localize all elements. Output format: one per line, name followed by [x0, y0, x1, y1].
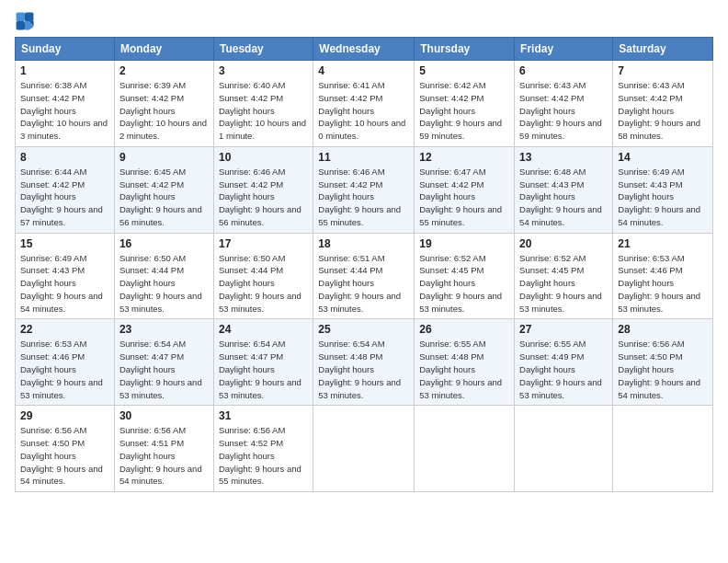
sunrise-text: Sunrise: 6:52 AM — [419, 253, 485, 263]
calendar-cell: 15 Sunrise: 6:49 AM Sunset: 4:43 PM Dayl… — [16, 233, 115, 319]
sunrise-text: Sunrise: 6:40 AM — [219, 80, 285, 90]
daylight-text: Daylight: 9 hours and 59 minutes. — [419, 118, 502, 141]
sunset-text: Sunset: 4:44 PM — [219, 265, 283, 275]
calendar-cell — [313, 406, 415, 492]
sunrise-text: Sunrise: 6:54 AM — [119, 339, 186, 349]
day-number: 28 — [618, 323, 708, 336]
daylight-text: Daylight: 9 hours and 54 minutes. — [119, 464, 202, 487]
day-number: 7 — [618, 64, 708, 77]
daylight-label: Daylight hours — [219, 191, 275, 201]
calendar-cell: 5 Sunrise: 6:42 AM Sunset: 4:42 PM Dayli… — [415, 61, 515, 147]
day-detail: Sunrise: 6:55 AM Sunset: 4:48 PM Dayligh… — [419, 338, 509, 401]
sunrise-text: Sunrise: 6:43 AM — [618, 80, 684, 90]
sunset-text: Sunset: 4:43 PM — [20, 265, 85, 275]
sunrise-text: Sunrise: 6:55 AM — [519, 339, 586, 349]
day-number: 2 — [119, 64, 209, 77]
day-detail: Sunrise: 6:43 AM Sunset: 4:42 PM Dayligh… — [618, 79, 708, 143]
sunset-text: Sunset: 4:42 PM — [119, 179, 184, 190]
day-detail: Sunrise: 6:56 AM Sunset: 4:50 PM Dayligh… — [618, 338, 708, 401]
day-detail: Sunrise: 6:46 AM Sunset: 4:42 PM Dayligh… — [219, 166, 308, 229]
daylight-text: Daylight: 9 hours and 54 minutes. — [618, 377, 700, 400]
day-detail: Sunrise: 6:38 AM Sunset: 4:42 PM Dayligh… — [20, 79, 109, 143]
day-detail: Sunrise: 6:53 AM Sunset: 4:46 PM Dayligh… — [618, 252, 708, 316]
calendar-cell: 21 Sunrise: 6:53 AM Sunset: 4:46 PM Dayl… — [613, 233, 713, 319]
day-detail: Sunrise: 6:49 AM Sunset: 4:43 PM Dayligh… — [618, 166, 708, 229]
daylight-label: Daylight hours — [318, 364, 374, 374]
day-detail: Sunrise: 6:50 AM Sunset: 4:44 PM Dayligh… — [119, 252, 209, 316]
weekday-header-thursday: Thursday — [415, 38, 515, 61]
calendar-cell: 9 Sunrise: 6:45 AM Sunset: 4:42 PM Dayli… — [114, 146, 213, 233]
sunrise-text: Sunrise: 6:54 AM — [219, 339, 285, 349]
calendar-cell: 4 Sunrise: 6:41 AM Sunset: 4:42 PM Dayli… — [313, 61, 415, 147]
sunset-text: Sunset: 4:42 PM — [20, 93, 85, 103]
calendar-cell: 11 Sunrise: 6:46 AM Sunset: 4:42 PM Dayl… — [313, 146, 415, 233]
day-detail: Sunrise: 6:48 AM Sunset: 4:43 PM Dayligh… — [519, 166, 608, 229]
daylight-text: Daylight: 9 hours and 53 minutes. — [318, 377, 401, 400]
daylight-label: Daylight hours — [519, 278, 575, 288]
daylight-text: Daylight: 9 hours and 53 minutes. — [119, 291, 202, 314]
day-number: 30 — [119, 409, 209, 422]
day-detail: Sunrise: 6:43 AM Sunset: 4:42 PM Dayligh… — [519, 79, 608, 143]
sunset-text: Sunset: 4:42 PM — [219, 179, 283, 190]
day-number: 31 — [219, 409, 308, 422]
daylight-label: Daylight hours — [618, 364, 674, 374]
calendar-cell: 17 Sunrise: 6:50 AM Sunset: 4:44 PM Dayl… — [213, 233, 313, 319]
daylight-text: Daylight: 10 hours and 0 minutes. — [318, 118, 405, 141]
day-number: 26 — [419, 323, 509, 336]
sunrise-text: Sunrise: 6:50 AM — [219, 253, 285, 263]
daylight-label: Daylight hours — [318, 278, 374, 288]
calendar-cell: 25 Sunrise: 6:54 AM Sunset: 4:48 PM Dayl… — [313, 319, 415, 406]
daylight-label: Daylight hours — [20, 106, 76, 116]
day-detail: Sunrise: 6:53 AM Sunset: 4:46 PM Dayligh… — [20, 338, 109, 401]
day-number: 17 — [219, 237, 308, 250]
daylight-label: Daylight hours — [419, 106, 475, 116]
daylight-label: Daylight hours — [119, 451, 176, 461]
sunset-text: Sunset: 4:42 PM — [419, 179, 483, 190]
calendar-cell — [415, 406, 515, 492]
calendar-cell: 31 Sunrise: 6:56 AM Sunset: 4:52 PM Dayl… — [213, 406, 313, 492]
sunset-text: Sunset: 4:43 PM — [618, 179, 682, 190]
calendar-cell: 2 Sunrise: 6:39 AM Sunset: 4:42 PM Dayli… — [114, 61, 213, 147]
daylight-label: Daylight hours — [219, 278, 275, 288]
calendar-cell: 27 Sunrise: 6:55 AM Sunset: 4:49 PM Dayl… — [515, 319, 613, 406]
day-number: 5 — [419, 64, 509, 77]
day-detail: Sunrise: 6:47 AM Sunset: 4:42 PM Dayligh… — [419, 166, 509, 229]
daylight-text: Daylight: 9 hours and 53 minutes. — [519, 291, 602, 314]
daylight-label: Daylight hours — [20, 191, 76, 201]
day-detail: Sunrise: 6:52 AM Sunset: 4:45 PM Dayligh… — [519, 252, 608, 316]
daylight-label: Daylight hours — [20, 364, 76, 374]
sunrise-text: Sunrise: 6:46 AM — [219, 167, 285, 177]
daylight-text: Daylight: 9 hours and 53 minutes. — [219, 291, 301, 314]
sunset-text: Sunset: 4:48 PM — [419, 351, 483, 362]
logo — [15, 11, 37, 31]
day-detail: Sunrise: 6:40 AM Sunset: 4:42 PM Dayligh… — [219, 79, 308, 143]
day-number: 24 — [219, 323, 308, 336]
sunset-text: Sunset: 4:50 PM — [618, 351, 682, 362]
day-number: 20 — [519, 237, 608, 250]
daylight-text: Daylight: 9 hours and 59 minutes. — [519, 118, 602, 141]
day-number: 3 — [219, 64, 308, 77]
calendar-cell: 6 Sunrise: 6:43 AM Sunset: 4:42 PM Dayli… — [515, 61, 613, 147]
day-number: 8 — [20, 151, 109, 164]
day-detail: Sunrise: 6:52 AM Sunset: 4:45 PM Dayligh… — [419, 252, 509, 316]
daylight-text: Daylight: 9 hours and 57 minutes. — [20, 204, 103, 227]
logo-icon — [15, 11, 35, 31]
week-row-3: 22 Sunrise: 6:53 AM Sunset: 4:46 PM Dayl… — [16, 319, 713, 406]
sunset-text: Sunset: 4:46 PM — [618, 265, 682, 275]
header-row — [15, 11, 713, 31]
daylight-text: Daylight: 9 hours and 56 minutes. — [219, 204, 301, 227]
weekday-header-friday: Friday — [515, 38, 613, 61]
sunset-text: Sunset: 4:49 PM — [519, 351, 584, 362]
sunrise-text: Sunrise: 6:48 AM — [519, 167, 586, 177]
calendar-cell: 24 Sunrise: 6:54 AM Sunset: 4:47 PM Dayl… — [213, 319, 313, 406]
calendar-cell: 20 Sunrise: 6:52 AM Sunset: 4:45 PM Dayl… — [515, 233, 613, 319]
daylight-text: Daylight: 9 hours and 55 minutes. — [419, 204, 502, 227]
svg-rect-0 — [17, 13, 25, 21]
day-number: 15 — [20, 237, 109, 250]
daylight-text: Daylight: 9 hours and 56 minutes. — [119, 204, 202, 227]
day-detail: Sunrise: 6:54 AM Sunset: 4:48 PM Dayligh… — [318, 338, 409, 401]
day-detail: Sunrise: 6:39 AM Sunset: 4:42 PM Dayligh… — [119, 79, 209, 143]
daylight-label: Daylight hours — [219, 364, 275, 374]
day-number: 29 — [20, 409, 109, 422]
calendar-cell: 13 Sunrise: 6:48 AM Sunset: 4:43 PM Dayl… — [515, 146, 613, 233]
